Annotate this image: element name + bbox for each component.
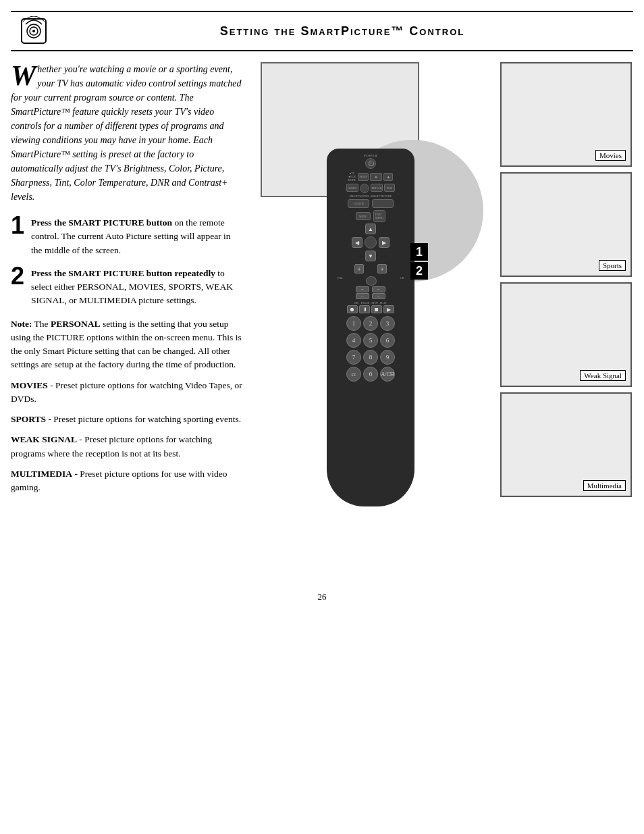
smart-buttons-row: TX/DVD: [348, 199, 394, 208]
sports-label: SPORTS: [11, 414, 46, 424]
weak-signal-tv-label: Weak Signal: [580, 370, 626, 381]
step-1-bold: Press the SMART PICTURE button: [31, 217, 172, 228]
menu-row: MENU DVDMENU: [356, 210, 385, 222]
stop-button[interactable]: ⏹: [371, 305, 382, 313]
num-4[interactable]: 4: [346, 333, 361, 348]
num-9[interactable]: 9: [380, 350, 395, 365]
repeat-ab-button[interactable]: RPT A-B: [371, 184, 383, 192]
step-2: 2 Press the SMART PICTURE button repeate…: [11, 267, 243, 308]
tv-screens-right: Movies Sports Weak Signal Multimedia: [500, 62, 632, 497]
weak-signal-paragraph: WEAK SIGNAL - Preset picture options for…: [11, 433, 243, 461]
multimedia-paragraph: MULTIMEDIA - Preset picture options for …: [11, 467, 243, 495]
svg-point-3: [32, 30, 35, 32]
dpad-right[interactable]: ▶: [379, 237, 390, 248]
ch-rocker: − −: [372, 286, 385, 299]
ch-up[interactable]: −: [372, 286, 385, 292]
play-button[interactable]: ▶: [383, 305, 394, 313]
power-label: POWER: [364, 154, 377, 157]
smart-labels: SMART SOUND SMART PICTURE: [350, 194, 392, 198]
dvd-menu-button[interactable]: DVDMENU: [373, 210, 385, 222]
intro-text: hether you're watching a movie or a spor…: [11, 64, 242, 202]
dpad-up[interactable]: ▲: [365, 224, 376, 234]
movies-paragraph: MOVIES - Preset picture options for watc…: [11, 379, 243, 407]
step-2-number: 2: [11, 264, 24, 288]
movies-tv-screen: Movies: [500, 62, 632, 167]
mute-button[interactable]: [366, 276, 377, 286]
sleep-disc-row: SLEEP ⏏ ▲: [358, 173, 393, 181]
numpad: 1 2 3 4 5 6 7 8 9 cc 0 A/CH: [340, 316, 402, 382]
ch-down[interactable]: −: [372, 293, 385, 299]
intro-paragraph: Whether you're watching a movie or a spo…: [11, 62, 243, 204]
movies-label: MOVIES: [11, 380, 48, 390]
vol-ch-labels: VOL CH: [327, 276, 414, 286]
disc-button[interactable]: ⏏: [370, 173, 382, 181]
diagram-area: Personal POWER ⏻ ●TV ●VCR MODE: [254, 62, 632, 575]
dpad-left[interactable]: ◀: [352, 237, 363, 248]
smart-picture-button[interactable]: [372, 199, 394, 208]
step-2-text: Press the SMART PICTURE button repeatedl…: [31, 267, 243, 308]
movies-tv-label: Movies: [595, 150, 626, 161]
sports-paragraph: SPORTS - Preset picture options for watc…: [11, 413, 243, 426]
plus-buttons: + +: [354, 264, 387, 273]
power-button[interactable]: ⏻: [365, 158, 376, 169]
header-icon: [19, 16, 49, 46]
multimedia-tv-label: Multimedia: [583, 480, 626, 491]
dpad-down[interactable]: ▼: [365, 251, 376, 261]
plus-right[interactable]: +: [377, 264, 387, 273]
main-content: Whether you're watching a movie or a spo…: [11, 62, 633, 575]
smiley-button[interactable]: [360, 184, 369, 193]
page-number: 26: [0, 592, 644, 619]
page-header: Setting the SmartPicture™ Control: [11, 11, 633, 51]
num-0[interactable]: 0: [363, 367, 378, 382]
num-1[interactable]: 1: [346, 316, 361, 331]
vol-rocker: − −: [356, 286, 369, 299]
remote-control: POWER ⏻ ●TV ●VCR MODE SLEEP ⏏: [327, 149, 414, 506]
step-1-number: 1: [11, 213, 24, 238]
num-6[interactable]: 6: [380, 333, 395, 348]
pause-button[interactable]: ⏸: [359, 305, 370, 313]
num-aux[interactable]: A/CH: [380, 367, 395, 382]
audio-row: AUDIO RPT A-B SUB: [346, 184, 395, 193]
vol-down[interactable]: −: [356, 293, 369, 299]
sleep-button[interactable]: SLEEP: [358, 173, 369, 181]
weak-signal-label: WEAK SIGNAL: [11, 434, 77, 444]
dpad-center[interactable]: [365, 236, 377, 249]
transport-labels: OK PAUSE STOP PLAY: [354, 301, 387, 305]
eject-button[interactable]: ▲: [383, 173, 393, 181]
vol-ch-row: − − − −: [356, 286, 385, 299]
sports-tv-label: Sports: [599, 260, 626, 271]
vol-up[interactable]: −: [356, 286, 369, 292]
note-paragraph: Note: The PERSONAL setting is the settin…: [11, 317, 243, 372]
multimedia-label: MULTIMEDIA: [11, 469, 72, 479]
weak-signal-tv-screen: Weak Signal: [500, 282, 632, 387]
page-title: Setting the SmartPicture™ Control: [59, 24, 625, 38]
menu-button[interactable]: MENU: [356, 212, 371, 220]
num-5[interactable]: 5: [363, 333, 378, 348]
left-column: Whether you're watching a movie or a spo…: [11, 62, 254, 575]
num-8[interactable]: 8: [363, 350, 378, 365]
num-2[interactable]: 2: [363, 316, 378, 331]
transport-buttons: ⏺ ⏸ ⏹ ▶: [347, 305, 394, 313]
ok-button[interactable]: ⏺: [347, 305, 358, 313]
step-label-2: 2: [410, 262, 428, 280]
tv-dvd-button[interactable]: TX/DVD: [348, 199, 369, 208]
dpad: ▲ ◀ ▶ ▼: [352, 224, 390, 261]
personal-bold: PERSONAL: [51, 319, 101, 329]
num-7[interactable]: 7: [346, 350, 361, 365]
num-3[interactable]: 3: [380, 316, 395, 331]
step-1: 1 Press the SMART PICTURE button on the …: [11, 216, 243, 257]
tv-vcr-group: ●TV ●VCR MODE: [348, 172, 356, 182]
multimedia-tv-screen: Multimedia: [500, 392, 632, 497]
step-label-1: 1: [410, 243, 428, 261]
drop-cap: W: [11, 65, 36, 88]
step-labels-overlay: 1 2: [410, 243, 428, 280]
step-2-bold: Press the SMART PICTURE button repeatedl…: [31, 268, 215, 278]
plus-left[interactable]: +: [354, 264, 364, 273]
audio-button[interactable]: AUDIO: [346, 184, 358, 192]
top-buttons-row: ●TV ●VCR MODE SLEEP ⏏ ▲: [348, 172, 394, 182]
num-cc[interactable]: cc: [346, 367, 361, 382]
step-1-text: Press the SMART PICTURE button on the re…: [31, 216, 243, 257]
right-column: Personal POWER ⏻ ●TV ●VCR MODE: [254, 62, 633, 575]
subtitle-button[interactable]: SUB: [384, 184, 395, 192]
sports-tv-screen: Sports: [500, 172, 632, 277]
